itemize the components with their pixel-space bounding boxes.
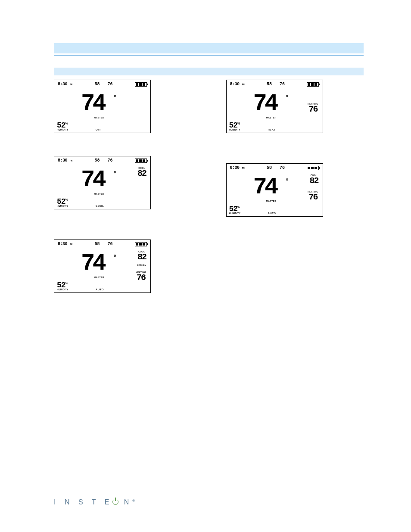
degree-symbol: °	[114, 254, 116, 261]
mode-label: OFF	[96, 128, 102, 131]
time-display: 8:30	[58, 158, 67, 163]
registered-mark: ®	[132, 499, 135, 503]
battery-icon	[135, 159, 147, 163]
notes-list-2: ...	[226, 137, 364, 156]
humidity-pct: %	[65, 198, 68, 201]
notes-list-1: ..	[54, 137, 192, 149]
ampm-label: PM	[70, 160, 72, 162]
cool-setpoint: COOL 82	[137, 250, 146, 261]
notes-list-4: ..	[226, 220, 364, 233]
heat-setpoint: HEATING 76	[308, 190, 318, 202]
humidity-label: HUMIDITY	[57, 128, 68, 131]
cool-value: 82	[137, 253, 146, 261]
master-label: MASTER	[94, 276, 104, 279]
master-label: MASTER	[266, 116, 277, 119]
time-display: 8:30	[230, 82, 240, 87]
lcd-cool: 8:30 PM 5876 74 ° MASTER 52% HUMIDITY CO…	[54, 156, 151, 209]
master-label: MASTER	[266, 200, 277, 202]
humidity-label: HUMIDITY	[229, 128, 241, 131]
humidity-block: 52% HUMIDITY	[57, 121, 68, 131]
heating-value: 76	[308, 193, 318, 202]
setpoint-2: 76	[280, 165, 285, 170]
heat-setpoint: HEATING 76	[308, 103, 318, 114]
section-header-bar	[54, 43, 364, 53]
humidity-pct: %	[65, 122, 68, 125]
lcd-auto: 8:30 PM 5876 74 ° MASTER 52% HUMIDITY AU…	[226, 163, 323, 217]
mode-label: HEAT	[268, 128, 276, 131]
humidity-pct: %	[237, 205, 240, 208]
current-temp: 74	[81, 167, 104, 193]
battery-icon	[307, 166, 319, 170]
ampm-label: PM	[242, 84, 245, 86]
cool-setpoint: COOL 82	[137, 167, 146, 178]
humidity-pct: %	[65, 282, 68, 285]
power-icon	[112, 499, 118, 505]
notes-sublist-5: ........................................…	[54, 376, 192, 385]
cool-value: 82	[309, 177, 318, 185]
cool-value: 82	[137, 169, 146, 178]
ampm-label: PM	[242, 167, 245, 170]
humidity-label: HUMIDITY	[229, 212, 241, 215]
degree-symbol: °	[286, 177, 289, 184]
notes-list-3: ...	[54, 213, 192, 233]
setpoint-2: 76	[108, 158, 113, 163]
setpoint-1: 58	[267, 82, 272, 87]
current-temp: 74	[81, 250, 104, 277]
lcd-heat: 8:30 PM 5876 74 ° MASTER 52% HUMIDITY HE…	[226, 80, 323, 133]
setpoint-1: 58	[95, 158, 100, 163]
ampm-label: PM	[70, 243, 72, 246]
cool-setpoint: COOL 82	[309, 174, 318, 185]
degree-symbol: °	[114, 94, 116, 101]
degree-symbol: °	[114, 170, 116, 177]
humidity-label: HUMIDITY	[57, 205, 68, 207]
current-temp: 74	[253, 90, 276, 117]
ampm-label: PM	[70, 84, 72, 86]
notes-list-5: ........................................…	[54, 296, 192, 369]
setpoint-2: 76	[108, 242, 113, 246]
humidity-block: 52% HUMIDITY	[229, 121, 241, 131]
master-label: MASTER	[94, 116, 104, 119]
humidity-pct: %	[237, 122, 240, 125]
battery-icon	[307, 82, 319, 87]
master-label: MASTER	[94, 193, 104, 195]
heating-value: 76	[136, 274, 146, 282]
lcd-auto-return: 8:30 PM 5876 74 ° MASTER 52% HUMIDITY AU…	[54, 240, 151, 293]
brand-text-1: I N S T E	[54, 498, 112, 506]
current-temp: 74	[81, 90, 104, 117]
time-display: 8:30	[230, 165, 240, 170]
brand-logo: I N S T E N®	[54, 498, 135, 506]
heating-value: 76	[308, 105, 318, 114]
degree-symbol: °	[286, 94, 289, 101]
section-header-underline	[54, 55, 364, 56]
return-label: RETURN	[137, 264, 146, 267]
setpoint-1: 58	[267, 165, 272, 170]
heat-setpoint: HEATING 76	[136, 271, 146, 282]
humidity-label: HUMIDITY	[57, 288, 68, 291]
time-display: 8:30	[58, 242, 67, 246]
lcd-off: 8:30 PM 5876 74 ° MASTER 52% HUMIDITY OF…	[54, 80, 151, 133]
time-display: 8:30	[58, 82, 67, 87]
setpoint-1: 58	[95, 242, 100, 246]
humidity-block: 52% HUMIDITY	[229, 205, 241, 215]
subsection-bar	[54, 68, 364, 75]
humidity-block: 52% HUMIDITY	[57, 281, 68, 291]
footer: I N S T E N®	[54, 498, 364, 506]
battery-icon	[135, 82, 147, 87]
humidity-block: 52% HUMIDITY	[57, 197, 68, 207]
mode-label: AUTO	[268, 212, 276, 215]
setpoint-1: 58	[95, 82, 100, 87]
left-column: 8:30 PM 5876 74 ° MASTER 52% HUMIDITY OF…	[54, 80, 192, 385]
right-column: 8:30 PM 5876 74 ° MASTER 52% HUMIDITY HE…	[226, 80, 364, 385]
current-temp: 74	[253, 174, 276, 200]
setpoint-2: 76	[108, 82, 113, 87]
mode-label: AUTO	[96, 288, 104, 291]
setpoint-2: 76	[280, 82, 285, 87]
battery-icon	[135, 242, 147, 246]
mode-label: COOL	[96, 205, 104, 207]
